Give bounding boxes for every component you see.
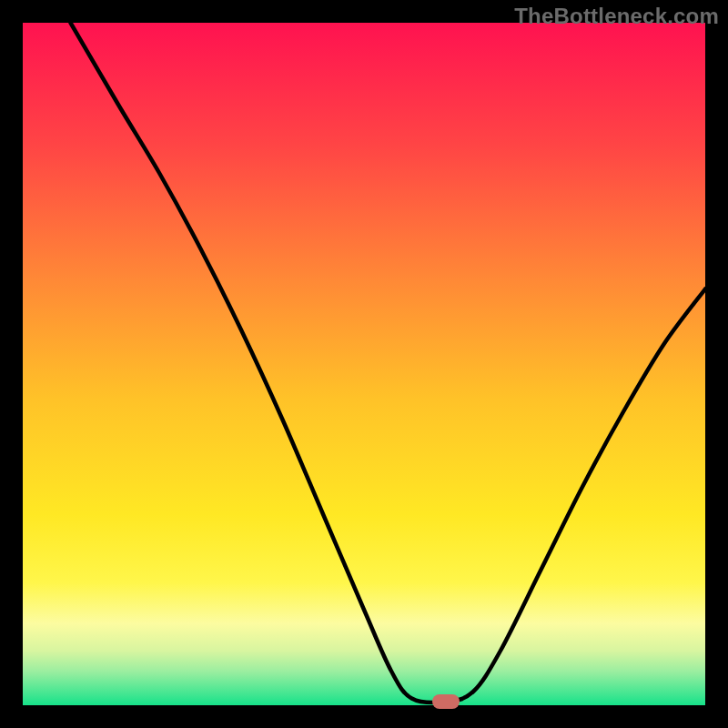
plot-area <box>23 23 705 705</box>
bottleneck-curve <box>23 23 705 705</box>
optimal-marker <box>432 694 460 709</box>
watermark-text: TheBottleneck.com <box>514 4 719 29</box>
chart-frame: TheBottleneck.com <box>0 0 728 728</box>
